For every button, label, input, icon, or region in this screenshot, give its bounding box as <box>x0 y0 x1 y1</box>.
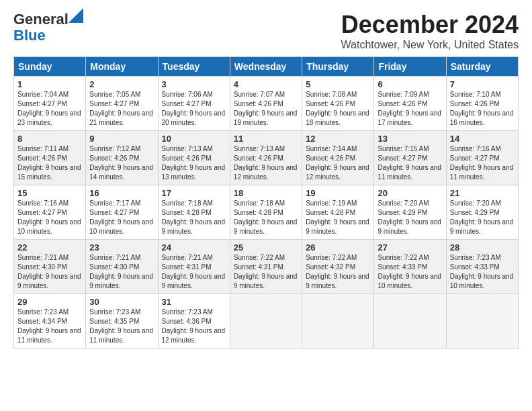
calendar-row-0: 1 Sunrise: 7:04 AMSunset: 4:27 PMDayligh… <box>14 77 519 131</box>
calendar-cell: 20 Sunrise: 7:20 AMSunset: 4:29 PMDaylig… <box>374 185 446 240</box>
day-info: Sunrise: 7:20 AMSunset: 4:29 PMDaylight:… <box>450 199 514 235</box>
day-info: Sunrise: 7:15 AMSunset: 4:27 PMDaylight:… <box>378 145 441 181</box>
day-number: 30 <box>89 297 154 307</box>
day-number: 25 <box>234 242 298 253</box>
day-number: 14 <box>450 134 515 144</box>
day-number: 8 <box>17 134 82 144</box>
header-thursday: Thursday <box>302 57 374 77</box>
day-info: Sunrise: 7:20 AMSunset: 4:29 PMDaylight:… <box>378 199 441 235</box>
day-number: 22 <box>17 242 82 253</box>
calendar-cell: 21 Sunrise: 7:20 AMSunset: 4:29 PMDaylig… <box>446 185 518 240</box>
day-info: Sunrise: 7:10 AMSunset: 4:26 PMDaylight:… <box>450 91 514 126</box>
calendar-cell: 29 Sunrise: 7:23 AMSunset: 4:34 PMDaylig… <box>14 294 86 349</box>
calendar-cell <box>374 294 446 349</box>
calendar-cell: 7 Sunrise: 7:10 AMSunset: 4:26 PMDayligh… <box>446 77 518 131</box>
calendar-table: SundayMondayTuesdayWednesdayThursdayFrid… <box>13 56 519 349</box>
day-info: Sunrise: 7:17 AMSunset: 4:27 PMDaylight:… <box>89 199 153 235</box>
calendar-cell: 27 Sunrise: 7:22 AMSunset: 4:33 PMDaylig… <box>374 240 446 294</box>
title-area: December 2024 Watchtower, New York, Unit… <box>341 11 519 51</box>
day-number: 20 <box>378 188 442 198</box>
header-saturday: Saturday <box>446 57 518 77</box>
calendar-cell: 1 Sunrise: 7:04 AMSunset: 4:27 PMDayligh… <box>14 77 86 131</box>
header-tuesday: Tuesday <box>158 57 230 77</box>
calendar-cell: 30 Sunrise: 7:23 AMSunset: 4:35 PMDaylig… <box>86 294 158 349</box>
day-number: 1 <box>17 79 82 89</box>
calendar-cell: 13 Sunrise: 7:15 AMSunset: 4:27 PMDaylig… <box>374 131 446 185</box>
day-number: 13 <box>378 134 442 144</box>
day-info: Sunrise: 7:23 AMSunset: 4:36 PMDaylight:… <box>162 308 226 344</box>
calendar-cell: 2 Sunrise: 7:05 AMSunset: 4:27 PMDayligh… <box>86 77 158 131</box>
day-info: Sunrise: 7:11 AMSunset: 4:26 PMDaylight:… <box>17 145 81 181</box>
calendar-cell <box>230 294 302 349</box>
calendar-cell: 28 Sunrise: 7:23 AMSunset: 4:33 PMDaylig… <box>446 240 518 294</box>
day-number: 18 <box>234 188 298 198</box>
day-info: Sunrise: 7:22 AMSunset: 4:32 PMDaylight:… <box>306 254 369 289</box>
calendar-row-1: 8 Sunrise: 7:11 AMSunset: 4:26 PMDayligh… <box>14 131 519 185</box>
calendar-cell: 31 Sunrise: 7:23 AMSunset: 4:36 PMDaylig… <box>158 294 230 349</box>
logo: General Blue <box>13 11 69 44</box>
day-number: 7 <box>450 79 515 89</box>
day-number: 28 <box>450 242 515 253</box>
day-info: Sunrise: 7:23 AMSunset: 4:35 PMDaylight:… <box>89 308 153 344</box>
day-info: Sunrise: 7:13 AMSunset: 4:26 PMDaylight:… <box>234 145 298 181</box>
calendar-cell: 25 Sunrise: 7:22 AMSunset: 4:31 PMDaylig… <box>230 240 302 294</box>
header-sunday: Sunday <box>14 57 86 77</box>
day-info: Sunrise: 7:18 AMSunset: 4:28 PMDaylight:… <box>234 199 298 235</box>
day-info: Sunrise: 7:19 AMSunset: 4:28 PMDaylight:… <box>306 199 369 235</box>
day-number: 10 <box>162 134 226 144</box>
day-number: 24 <box>162 242 226 253</box>
day-number: 2 <box>89 79 154 89</box>
day-info: Sunrise: 7:23 AMSunset: 4:33 PMDaylight:… <box>450 254 514 289</box>
logo-triangle-icon <box>69 8 83 23</box>
day-number: 5 <box>306 79 370 89</box>
calendar-cell: 23 Sunrise: 7:21 AMSunset: 4:30 PMDaylig… <box>86 240 158 294</box>
day-info: Sunrise: 7:12 AMSunset: 4:26 PMDaylight:… <box>89 145 153 181</box>
main-title: December 2024 <box>341 11 519 39</box>
day-number: 23 <box>89 242 154 253</box>
calendar-cell: 18 Sunrise: 7:18 AMSunset: 4:28 PMDaylig… <box>230 185 302 240</box>
day-info: Sunrise: 7:21 AMSunset: 4:30 PMDaylight:… <box>89 254 153 289</box>
day-info: Sunrise: 7:06 AMSunset: 4:27 PMDaylight:… <box>162 91 226 126</box>
calendar-header-row: SundayMondayTuesdayWednesdayThursdayFrid… <box>14 57 519 77</box>
header-friday: Friday <box>374 57 446 77</box>
calendar-cell: 5 Sunrise: 7:08 AMSunset: 4:26 PMDayligh… <box>302 77 374 131</box>
calendar-cell: 12 Sunrise: 7:14 AMSunset: 4:26 PMDaylig… <box>302 131 374 185</box>
header-wednesday: Wednesday <box>230 57 302 77</box>
calendar-row-2: 15 Sunrise: 7:16 AMSunset: 4:27 PMDaylig… <box>14 185 519 240</box>
calendar-row-4: 29 Sunrise: 7:23 AMSunset: 4:34 PMDaylig… <box>14 294 519 349</box>
day-number: 29 <box>17 297 82 307</box>
day-info: Sunrise: 7:21 AMSunset: 4:30 PMDaylight:… <box>17 254 81 289</box>
calendar-cell <box>446 294 518 349</box>
day-info: Sunrise: 7:22 AMSunset: 4:33 PMDaylight:… <box>378 254 441 289</box>
day-number: 12 <box>306 134 370 144</box>
day-info: Sunrise: 7:09 AMSunset: 4:26 PMDaylight:… <box>378 91 441 126</box>
calendar-cell: 15 Sunrise: 7:16 AMSunset: 4:27 PMDaylig… <box>14 185 86 240</box>
day-info: Sunrise: 7:08 AMSunset: 4:26 PMDaylight:… <box>306 91 369 126</box>
day-number: 16 <box>89 188 154 198</box>
day-info: Sunrise: 7:04 AMSunset: 4:27 PMDaylight:… <box>17 91 81 126</box>
calendar-cell: 10 Sunrise: 7:13 AMSunset: 4:26 PMDaylig… <box>158 131 230 185</box>
day-number: 6 <box>378 79 442 89</box>
day-number: 11 <box>234 134 298 144</box>
day-number: 9 <box>89 134 154 144</box>
day-number: 27 <box>378 242 442 253</box>
calendar-cell: 26 Sunrise: 7:22 AMSunset: 4:32 PMDaylig… <box>302 240 374 294</box>
calendar-cell: 14 Sunrise: 7:16 AMSunset: 4:27 PMDaylig… <box>446 131 518 185</box>
header-monday: Monday <box>86 57 158 77</box>
calendar-cell <box>302 294 374 349</box>
day-info: Sunrise: 7:13 AMSunset: 4:26 PMDaylight:… <box>162 145 226 181</box>
day-number: 26 <box>306 242 370 253</box>
day-number: 31 <box>162 297 226 307</box>
calendar-cell: 22 Sunrise: 7:21 AMSunset: 4:30 PMDaylig… <box>14 240 86 294</box>
calendar-cell: 19 Sunrise: 7:19 AMSunset: 4:28 PMDaylig… <box>302 185 374 240</box>
calendar-cell: 6 Sunrise: 7:09 AMSunset: 4:26 PMDayligh… <box>374 77 446 131</box>
calendar-row-3: 22 Sunrise: 7:21 AMSunset: 4:30 PMDaylig… <box>14 240 519 294</box>
day-info: Sunrise: 7:21 AMSunset: 4:31 PMDaylight:… <box>162 254 226 289</box>
day-number: 19 <box>306 188 370 198</box>
day-info: Sunrise: 7:22 AMSunset: 4:31 PMDaylight:… <box>234 254 298 289</box>
header: General Blue December 2024 Watchtower, N… <box>13 11 519 51</box>
day-number: 4 <box>234 79 298 89</box>
day-info: Sunrise: 7:16 AMSunset: 4:27 PMDaylight:… <box>17 199 81 235</box>
day-info: Sunrise: 7:16 AMSunset: 4:27 PMDaylight:… <box>450 145 514 181</box>
logo-general: General <box>13 11 69 28</box>
